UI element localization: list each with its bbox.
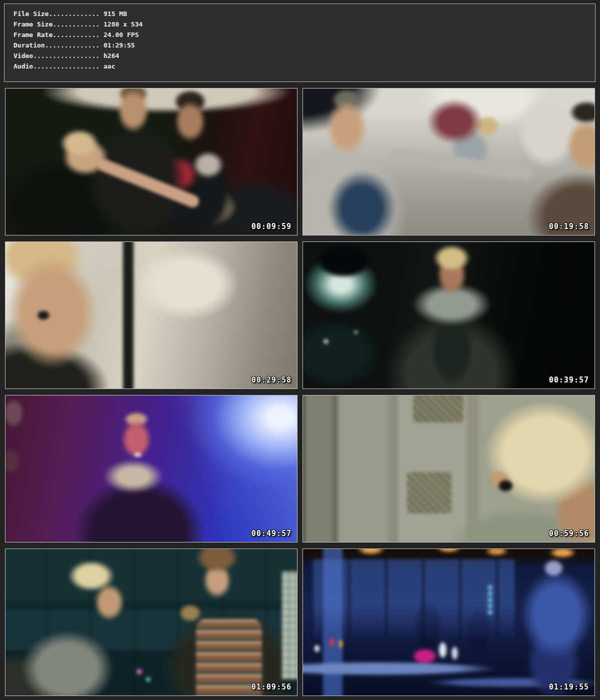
info-leader: ..............	[45, 42, 100, 49]
info-value: 24.00 FPS	[104, 31, 138, 38]
info-label: Video	[14, 52, 33, 60]
screenshot-1: 00:09:59	[5, 88, 298, 236]
scene-shape	[311, 559, 514, 640]
screenshot-7: 01:09:56	[5, 548, 298, 696]
info-value: 1280 x 534	[104, 20, 142, 28]
screenshot-2: 00:19:58	[302, 88, 595, 236]
info-leader: .................	[33, 62, 100, 70]
info-leader: ............	[52, 20, 100, 28]
timestamp-overlay: 00:59:56	[549, 529, 589, 538]
screenshot-grid: 00:09:59 00:19:58 00:29:58 00:39:57 00:4…	[5, 88, 595, 696]
info-leader: .............	[48, 10, 100, 18]
scene-shape	[407, 472, 452, 514]
screenshot-5: 00:49:57	[5, 395, 298, 542]
info-label: Audio	[14, 62, 33, 70]
info-leader: ............	[52, 31, 100, 38]
info-value: 01:29:55	[104, 42, 135, 49]
screenshot-3: 00:29:58	[5, 242, 298, 389]
info-row-duration: Duration.............. 01:29:55	[14, 40, 595, 50]
timestamp-overlay: 00:29:58	[252, 376, 292, 384]
info-label: Duration	[14, 42, 45, 49]
timestamp-overlay: 01:19:55	[549, 682, 589, 692]
info-row-frame-rate: Frame Rate............ 24.00 FPS	[14, 30, 595, 40]
scene-shape	[388, 147, 533, 181]
info-row-video: Video................. h264	[14, 50, 595, 61]
scene-shape	[413, 395, 464, 422]
screenshot-6: 00:59:56	[302, 395, 595, 542]
media-info-page: { "page": { "background_color": "#232323…	[0, 0, 600, 700]
info-label: Frame Size	[14, 20, 52, 28]
info-row-file-size: File Size............. 915 MB	[14, 8, 595, 19]
info-label: File Size	[14, 10, 48, 18]
screenshot-8: 01:19:55	[302, 548, 595, 696]
timestamp-overlay: 00:39:57	[549, 376, 589, 384]
scene-art-club	[5, 395, 298, 542]
info-row-frame-size: Frame Size............ 1280 x 534	[14, 19, 595, 30]
scene-art-hallway	[302, 395, 595, 542]
scene-art-car	[302, 88, 595, 236]
scene-art-night	[302, 548, 595, 696]
screenshot-4: 00:39:57	[302, 242, 595, 389]
media-info-box: File Size............. 915 MB Frame Size…	[4, 4, 596, 82]
timestamp-overlay: 00:09:59	[252, 222, 292, 231]
info-value: aac	[104, 62, 115, 70]
timestamp-overlay: 00:49:57	[252, 529, 292, 538]
info-row-audio: Audio................. aac	[14, 61, 595, 72]
timestamp-overlay: 00:19:58	[549, 222, 589, 231]
scene-shape	[282, 572, 298, 680]
info-value: h264	[104, 52, 119, 60]
scene-art-profile	[5, 242, 298, 389]
scene-shape	[96, 158, 200, 210]
scene-art-backroom	[5, 88, 298, 236]
timestamp-overlay: 01:09:56	[252, 682, 292, 692]
scene-art-two-men	[5, 548, 298, 696]
info-value: 915 MB	[104, 10, 127, 18]
info-label: Frame Rate	[14, 31, 52, 38]
info-leader: .................	[33, 52, 100, 60]
scene-art-garage	[302, 242, 595, 389]
